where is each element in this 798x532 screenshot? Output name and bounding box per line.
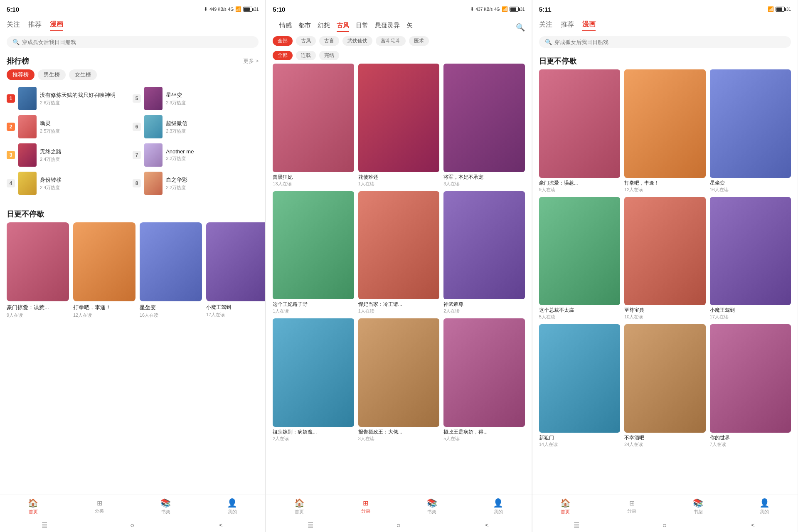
menu-btn-2[interactable]: ☰ — [308, 521, 313, 529]
cat-city[interactable]: 都市 — [298, 22, 311, 32]
menu-btn-1[interactable]: ☰ — [42, 521, 47, 529]
tab-manga-3[interactable]: 漫画 — [582, 20, 596, 31]
manga-card-3[interactable]: 将军，本妃不承宠 3人在读 — [443, 64, 525, 187]
rank-item-7[interactable]: 7 Another me 2.2万热度 — [133, 141, 259, 169]
tab-recommend-3[interactable]: 推荐 — [561, 20, 574, 31]
back-btn-2[interactable]: ＜ — [483, 521, 490, 530]
rank-item-4[interactable]: 4 身份转移 2.4万热度 — [7, 169, 133, 197]
daily-card-4[interactable]: 小魔王驾到 17人在读 — [206, 222, 265, 318]
tab-follow-3[interactable]: 关注 — [539, 20, 552, 31]
tab-follow-1[interactable]: 关注 — [7, 20, 20, 31]
4g-icon: 4G — [228, 7, 234, 12]
filter-all-1[interactable]: 全部 — [273, 36, 293, 46]
daily-card-2[interactable]: 打拳吧，李逢！ 12人在读 — [73, 222, 135, 318]
daily-p3-card-9[interactable]: 你的世界 7人在读 — [710, 324, 791, 448]
manga-card-5[interactable]: 悍妃当家：冷王请... 1人在读 — [358, 191, 439, 315]
rank-item-6[interactable]: 6 超级微信 2.3万热度 — [133, 113, 259, 141]
daily-p3-card-8[interactable]: 不幸酒吧 24人在读 — [624, 324, 705, 448]
nav-category-2[interactable]: ⊞ 分类 — [332, 495, 399, 518]
search-input-1[interactable] — [22, 39, 253, 45]
rank-item-1[interactable]: 1 没有修炼天赋的我只好召唤神明 2.6万热度 — [7, 84, 133, 113]
daily-p3-name-3: 星坐变 — [710, 180, 791, 187]
daily-p3-card-4[interactable]: 这个总裁不太腐 5人在读 — [539, 197, 620, 320]
filter-martial[interactable]: 武侠仙侠 — [342, 36, 372, 46]
nav-mine-2[interactable]: 👤 我的 — [465, 495, 532, 518]
daily-p3-readers-3: 16人在读 — [710, 187, 791, 193]
manga-card-8[interactable]: 报告摄政王：大佬... 3人在读 — [358, 318, 439, 442]
daily-p3-card-3[interactable]: 星坐变 16人在读 — [710, 69, 791, 193]
manga-card-6[interactable]: 神武帝尊 2人在读 — [443, 191, 525, 315]
battery-icon-3 — [776, 7, 785, 12]
rank-item-5[interactable]: 5 星坐变 2.3万热度 — [133, 84, 259, 113]
daily-scroll-1: 豪门掠爱：误惹... 9人在读 打拳吧，李逢！ 12人在读 星坐变 16人在读 … — [0, 222, 265, 318]
daily-p3-card-1[interactable]: 豪门掠爱：误惹... 9人在读 — [539, 69, 620, 193]
filter-medical[interactable]: 医术 — [409, 36, 429, 46]
daily-card-3[interactable]: 星坐变 16人在读 — [140, 222, 202, 318]
menu-btn-3[interactable]: ☰ — [574, 521, 579, 529]
home-btn-3[interactable]: ○ — [663, 522, 667, 529]
search-icon-1: 🔍 — [12, 39, 20, 45]
nav-home-2[interactable]: 🏠 首页 — [266, 495, 332, 518]
daily-p3-readers-5: 10人在读 — [624, 314, 705, 320]
rank-info-1: 没有修炼天赋的我只好召唤神明 2.6万热度 — [40, 91, 133, 106]
manga-card-4[interactable]: 这个王妃路子野 1人在读 — [273, 191, 354, 315]
cat-ancient[interactable]: 古风 — [337, 22, 349, 32]
manga-readers-1: 13人在读 — [273, 181, 354, 187]
nav-shelf-2[interactable]: 📚 书架 — [399, 495, 465, 518]
daily-p3-card-6[interactable]: 小魔王驾到 17人在读 — [710, 197, 791, 320]
filter-ancient[interactable]: 古风 — [296, 36, 316, 46]
cat-fantasy[interactable]: 幻想 — [318, 22, 330, 32]
back-btn-3[interactable]: ＜ — [749, 521, 756, 530]
home-btn-2[interactable]: ○ — [397, 522, 401, 529]
nav-home-3[interactable]: 🏠 首页 — [532, 495, 599, 518]
nav-category-3[interactable]: ⊞ 分类 — [598, 495, 665, 518]
ranking-more-1[interactable]: 更多 > — [243, 57, 259, 65]
battery-icon-2 — [510, 7, 519, 12]
nav-mine-3[interactable]: 👤 我的 — [731, 495, 798, 518]
daily-title-1: 日更不停歇 — [7, 209, 44, 219]
nav-mine-1[interactable]: 👤 我的 — [199, 495, 266, 518]
daily-p3-card-2[interactable]: 打拳吧，李逢！ 12人在读 — [624, 69, 705, 193]
filter-all-2[interactable]: 全部 — [273, 51, 293, 60]
filter-completed[interactable]: 完结 — [319, 51, 339, 60]
daily-card-1[interactable]: 豪门掠爱：误惹... 9人在读 — [7, 222, 69, 318]
back-btn-1[interactable]: ＜ — [217, 521, 224, 530]
daily-grid-3: 豪门掠爱：误惹... 9人在读 打拳吧，李逢！ 12人在读 星坐变 16人在读 … — [532, 69, 798, 448]
tab-recommend-1[interactable]: 推荐 — [28, 20, 42, 31]
rank-tab-male[interactable]: 男生榜 — [38, 69, 66, 80]
nav-tabs-1: 关注 推荐 漫画 — [0, 18, 265, 33]
search-nav-icon-2[interactable]: 🔍 — [516, 23, 525, 32]
rank-num-1: 1 — [7, 94, 15, 103]
nav-shelf-1[interactable]: 📚 书架 — [133, 495, 199, 518]
cat-daily[interactable]: 日常 — [356, 22, 368, 32]
rank-info-4: 身份转移 2.4万热度 — [40, 176, 133, 191]
filter-ongoing[interactable]: 连载 — [296, 51, 316, 60]
manga-name-4: 这个王妃路子野 — [273, 301, 354, 308]
daily-p3-card-7[interactable]: 新狙门 14人在读 — [539, 324, 620, 448]
cat-other[interactable]: 矢 — [406, 22, 413, 32]
search-input-3[interactable] — [554, 39, 785, 45]
filter-palace[interactable]: 宫斗宅斗 — [376, 36, 406, 46]
tab-manga-1[interactable]: 漫画 — [50, 20, 63, 31]
rank-tab-female[interactable]: 女生榜 — [69, 69, 97, 80]
manga-card-7[interactable]: 祖宗嫁到：病娇魔... 2人在读 — [273, 318, 354, 442]
nav-home-1[interactable]: 🏠 首页 — [0, 495, 66, 518]
manga-card-1[interactable]: 曾黑狂妃 13人在读 — [273, 64, 354, 187]
daily-thumb-3 — [140, 222, 202, 301]
rank-tab-recommend[interactable]: 推荐榜 — [7, 69, 34, 80]
rank-item-2[interactable]: 2 噙灵 2.5万热度 — [7, 113, 133, 141]
daily-p3-img-7 — [539, 324, 620, 433]
home-btn-1[interactable]: ○ — [130, 522, 134, 529]
filter-ancientword[interactable]: 古言 — [319, 36, 339, 46]
manga-card-2[interactable]: 花债难还 1人在读 — [358, 64, 439, 187]
manga-card-9[interactable]: 摄政王是病娇，得... 5人在读 — [443, 318, 525, 442]
daily-p3-name-6: 小魔王驾到 — [710, 307, 791, 314]
cat-mystery[interactable]: 悬疑灵异 — [375, 22, 400, 32]
nav-shelf-3[interactable]: 📚 书架 — [665, 495, 732, 518]
rank-item-3[interactable]: 3 无终之路 2.4万热度 — [7, 141, 133, 169]
daily-p3-card-5[interactable]: 至尊宝典 10人在读 — [624, 197, 705, 320]
cat-emotion[interactable]: 情感 — [279, 22, 292, 32]
nav-category-1[interactable]: ⊞ 分类 — [66, 495, 133, 518]
cat-nav-2: 情感 都市 幻想 古风 日常 悬疑灵异 矢 — [273, 20, 515, 34]
rank-item-8[interactable]: 8 血之华彩 2.2万热度 — [133, 169, 259, 197]
